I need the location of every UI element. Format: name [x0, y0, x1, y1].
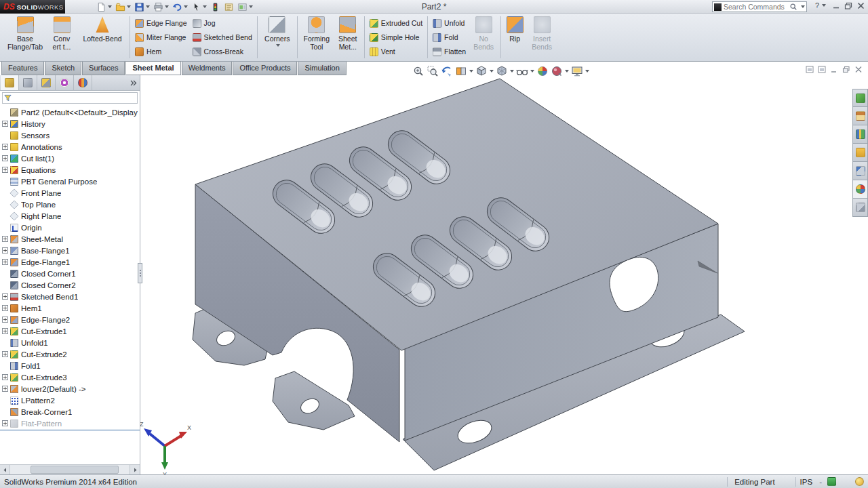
help-menu[interactable]: ?: [815, 1, 826, 9]
lofted-bend-button[interactable]: Lofted-Bend: [77, 15, 127, 60]
expander[interactable]: [2, 374, 8, 380]
expander[interactable]: [2, 247, 8, 253]
tree-horizontal-scrollbar[interactable]: [0, 464, 140, 474]
section-view-button[interactable]: [455, 65, 473, 77]
search-commands-box[interactable]: [712, 1, 807, 12]
unit-system-caret[interactable]: -: [819, 478, 822, 486]
doc-window-icon[interactable]: [806, 66, 814, 73]
panel-overflow-chevron[interactable]: [127, 75, 140, 90]
scroll-track[interactable]: [10, 465, 130, 474]
part-body[interactable]: [193, 79, 745, 470]
configurationmanager-tab[interactable]: [37, 75, 56, 90]
scroll-left-arrow[interactable]: [0, 465, 10, 474]
convert-to-sheet-metal-button[interactable]: Conv ert t...: [46, 15, 77, 60]
tree-item-lpattern2[interactable]: LPattern2: [0, 394, 140, 406]
undo-button[interactable]: [171, 1, 189, 13]
apply-scene-button[interactable]: [551, 65, 569, 77]
save-button[interactable]: [133, 1, 151, 13]
help-bubble-icon[interactable]: [855, 477, 864, 486]
edge-flange-button[interactable]: Edge Flange: [132, 17, 190, 30]
rip-button[interactable]: Rip: [503, 15, 526, 60]
unfold-button[interactable]: Unfold: [430, 17, 469, 30]
appearances-scenes-tab[interactable]: [852, 180, 868, 199]
hem-button[interactable]: Hem: [132, 45, 190, 58]
expander[interactable]: [2, 167, 8, 173]
tree-item-cut-extrude3[interactable]: Cut-Extrude3: [0, 371, 140, 383]
sheet-metal-gusset-button[interactable]: Sheet Met...: [334, 15, 362, 60]
solidworks-resources-tab[interactable]: [852, 107, 868, 125]
zoom-to-area-button[interactable]: [427, 65, 439, 77]
expander[interactable]: [2, 293, 8, 300]
propertymanager-tab[interactable]: [19, 75, 37, 90]
file-properties-button[interactable]: [222, 1, 235, 13]
tree-item-cut-extrude2[interactable]: Cut-Extrude2: [0, 348, 140, 360]
tree-item-right-plane[interactable]: Right Plane: [0, 210, 140, 222]
tree-item-unfold1[interactable]: Unfold1: [0, 337, 140, 348]
tree-item-material[interactable]: PBT General Purpose: [0, 176, 140, 187]
expander[interactable]: [2, 351, 8, 357]
display-style-button[interactable]: [496, 65, 514, 77]
flatten-button[interactable]: Flatten: [430, 45, 469, 58]
expander[interactable]: [2, 317, 8, 323]
tree-item-edge-flange2[interactable]: Edge-Flange2: [0, 314, 140, 325]
tab-simulation[interactable]: Simulation: [298, 62, 346, 75]
forming-tool-button[interactable]: Forming Tool: [300, 15, 334, 60]
doc-close-button[interactable]: [854, 66, 863, 73]
tree-rollback-bar[interactable]: [0, 430, 140, 431]
cross-break-button[interactable]: Cross-Break: [190, 45, 255, 58]
expander[interactable]: [2, 420, 8, 426]
open-button[interactable]: [114, 1, 132, 13]
expander[interactable]: [2, 386, 8, 392]
tag-status-icon[interactable]: [827, 477, 836, 486]
view-palette-tab[interactable]: [852, 162, 868, 180]
graphics-area[interactable]: Z X Y: [140, 75, 868, 474]
simple-hole-button[interactable]: Simple Hole: [367, 31, 425, 44]
tree-item-hem1[interactable]: Hem1: [0, 302, 140, 314]
tree-item-part2-root[interactable]: Part2 (Default<<Default>_Display S: [0, 106, 140, 118]
restore-button[interactable]: [844, 2, 853, 9]
doc-minimize-button[interactable]: [830, 66, 838, 73]
tree-item-sensors[interactable]: Sensors: [0, 129, 140, 141]
expander[interactable]: [2, 144, 8, 150]
tree-item-annotations[interactable]: Annotations: [0, 141, 140, 152]
print-button[interactable]: [152, 1, 170, 13]
scroll-thumb[interactable]: [31, 466, 119, 474]
select-button[interactable]: [190, 1, 208, 13]
corners-button[interactable]: Corners: [260, 15, 295, 60]
tree-filter-bar[interactable]: [2, 92, 138, 104]
expander[interactable]: [2, 259, 8, 265]
tree-item-closed-corner2[interactable]: Closed Corner2: [0, 279, 140, 291]
close-button[interactable]: [856, 2, 865, 9]
unit-system-selector[interactable]: IPS: [795, 477, 817, 487]
tree-item-break-corner1[interactable]: Break-Corner1: [0, 406, 140, 418]
tab-weldments[interactable]: Weldments: [182, 62, 233, 75]
minimize-button[interactable]: [832, 2, 841, 9]
vent-button[interactable]: Vent: [367, 45, 425, 58]
featuremanager-design-tree-tab[interactable]: [1, 75, 19, 90]
doc-window-icon-2[interactable]: [818, 66, 826, 73]
tree-item-fold1[interactable]: Fold1: [0, 360, 140, 371]
fold-button[interactable]: Fold: [430, 31, 469, 44]
expander[interactable]: [2, 236, 8, 242]
search-dropdown-caret[interactable]: [801, 5, 805, 8]
tree-item-sketched-bend1[interactable]: Sketched Bend1: [0, 291, 140, 302]
base-flange-button[interactable]: Base Flange/Tab: [4, 15, 46, 60]
miter-flange-button[interactable]: Miter Flange: [132, 31, 190, 44]
sketched-bend-button[interactable]: Sketched Bend: [190, 31, 255, 44]
tree-item-sheet-metal[interactable]: Sheet-Metal: [0, 233, 140, 245]
solidworks-forum-tab[interactable]: [852, 89, 868, 107]
tab-sheet-metal[interactable]: Sheet Metal: [125, 61, 180, 75]
expander[interactable]: [2, 121, 8, 127]
tree-item-closed-corner1[interactable]: Closed Corner1: [0, 268, 140, 279]
hide-show-items-button[interactable]: [516, 65, 534, 77]
tree-item-flat-pattern[interactable]: Flat-Pattern: [0, 418, 140, 429]
tree-item-cut-list[interactable]: Cut list(1): [0, 152, 140, 164]
sheet-metal-part-model[interactable]: Z X Y: [140, 75, 868, 474]
tree-item-equations[interactable]: Equations: [0, 164, 140, 176]
zoom-to-fit-button[interactable]: [412, 65, 425, 77]
expander[interactable]: [2, 305, 8, 311]
rebuild-button[interactable]: [209, 1, 222, 13]
options-button[interactable]: [236, 1, 254, 13]
expander[interactable]: [2, 155, 8, 161]
extruded-cut-button[interactable]: Extruded Cut: [367, 17, 425, 30]
